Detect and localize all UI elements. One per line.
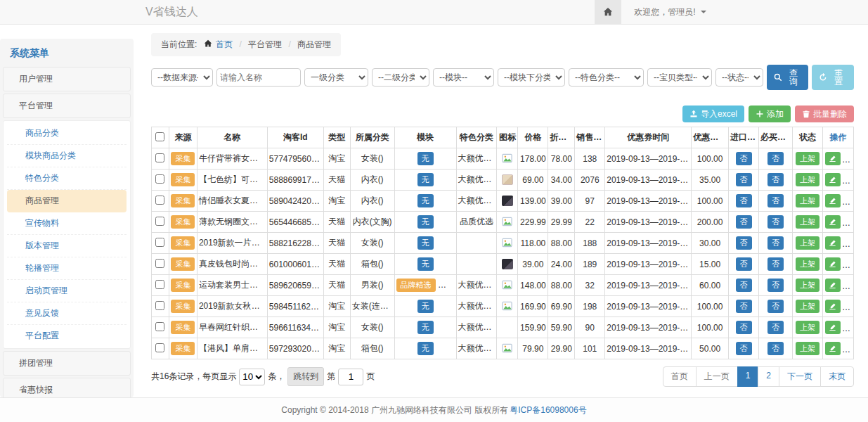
- sidebar-item-3[interactable]: 商品管理: [7, 190, 127, 212]
- row-checkbox[interactable]: [155, 174, 164, 184]
- edit-button[interactable]: [825, 236, 841, 250]
- sidebar-section-bottom-1[interactable]: 省惠快报: [3, 378, 131, 397]
- import-select-toggle[interactable]: 否: [736, 194, 752, 207]
- sidebar-item-6[interactable]: 轮播管理: [7, 257, 127, 280]
- sidebar-item-8[interactable]: 意见反馈: [7, 302, 127, 325]
- edit-button[interactable]: [825, 215, 841, 229]
- status-badge[interactable]: 上架: [796, 152, 820, 165]
- import-select-toggle[interactable]: 否: [736, 342, 752, 354]
- import-select-toggle[interactable]: 否: [736, 173, 752, 186]
- sidebar-item-1[interactable]: 模块商品分类: [7, 145, 127, 167]
- must-buy-toggle[interactable]: 否: [767, 321, 784, 333]
- status-badge[interactable]: 上架: [796, 194, 820, 207]
- column-header-7: 特色分类: [456, 127, 497, 148]
- page-button-2[interactable]: 2: [758, 366, 779, 387]
- filter-feature-category-select[interactable]: --特色分类--: [569, 68, 644, 87]
- reset-button[interactable]: 重置: [812, 65, 854, 90]
- sidebar-item-9[interactable]: 平台配置: [7, 325, 127, 347]
- filter-data-source-select[interactable]: --数据来源--: [151, 68, 213, 87]
- import-select-toggle[interactable]: 否: [736, 321, 752, 333]
- import-select-toggle[interactable]: 否: [736, 279, 752, 291]
- must-buy-toggle[interactable]: 否: [767, 215, 784, 228]
- status-badge[interactable]: 上架: [796, 215, 820, 228]
- thumbnail-dark: [502, 259, 513, 269]
- status-badge[interactable]: 上架: [796, 321, 820, 333]
- filter-status-select[interactable]: --状态--: [715, 68, 763, 87]
- user-menu[interactable]: 欢迎您，管理员!: [634, 6, 706, 18]
- must-buy-toggle[interactable]: 否: [767, 342, 784, 354]
- breadcrumb-home-link[interactable]: 首页: [216, 39, 233, 49]
- import-select-toggle[interactable]: 否: [736, 152, 752, 165]
- import-select-toggle[interactable]: 否: [736, 300, 752, 312]
- taoke-id-cell: 597293020870: [267, 338, 323, 359]
- edit-button[interactable]: [825, 321, 841, 334]
- row-checkbox[interactable]: [155, 343, 164, 352]
- home-button[interactable]: [595, 0, 621, 24]
- page-number-input[interactable]: [338, 369, 363, 385]
- sidebar-item-2[interactable]: 特色分类: [7, 167, 127, 190]
- edit-button[interactable]: [825, 342, 841, 355]
- sidebar-section-platform-mgmt[interactable]: 平台管理: [3, 94, 131, 118]
- must-buy-toggle[interactable]: 否: [767, 257, 784, 270]
- status-badge[interactable]: 上架: [796, 300, 820, 312]
- import-select-toggle[interactable]: 否: [736, 215, 752, 228]
- filter-level2-category-select[interactable]: --二级分类--: [372, 68, 429, 87]
- sidebar-item-0[interactable]: 商品分类: [7, 122, 127, 145]
- edit-button[interactable]: [825, 173, 841, 186]
- status-badge[interactable]: 上架: [796, 173, 820, 186]
- filter-level1-category-select[interactable]: 一级分类: [304, 68, 368, 87]
- edit-button[interactable]: [825, 152, 841, 165]
- row-checkbox[interactable]: [155, 322, 164, 331]
- must-buy-toggle[interactable]: 否: [767, 152, 784, 165]
- row-checkbox[interactable]: [155, 153, 164, 162]
- edit-button[interactable]: [825, 257, 841, 271]
- must-buy-toggle[interactable]: 否: [767, 236, 784, 249]
- import-select-toggle[interactable]: 否: [736, 236, 752, 249]
- must-buy-toggle[interactable]: 否: [767, 173, 784, 186]
- status-badge[interactable]: 上架: [796, 257, 820, 270]
- batch-delete-button[interactable]: 批量删除: [795, 106, 854, 122]
- import-select-toggle[interactable]: 否: [736, 257, 752, 270]
- filter-item-type-select[interactable]: --宝贝类型--: [647, 68, 712, 87]
- page-button-末页[interactable]: 末页: [820, 366, 854, 387]
- filter-module-subcategory-select[interactable]: --模块下分类--: [498, 68, 565, 87]
- module-none-badge: 无: [417, 194, 434, 207]
- add-button[interactable]: 添加: [749, 106, 791, 122]
- page-button-1[interactable]: 1: [737, 366, 759, 387]
- edit-button[interactable]: [825, 279, 841, 292]
- select-all-checkbox[interactable]: [155, 132, 164, 141]
- row-checkbox[interactable]: [155, 217, 164, 226]
- status-badge[interactable]: 上架: [796, 236, 820, 249]
- sidebar-item-5[interactable]: 版本管理: [7, 235, 127, 257]
- row-checkbox[interactable]: [155, 280, 164, 289]
- page-button-下一页[interactable]: 下一页: [779, 366, 821, 387]
- edit-button[interactable]: [825, 194, 841, 207]
- status-badge[interactable]: 上架: [796, 279, 820, 291]
- row-checkbox[interactable]: [155, 301, 164, 310]
- per-page-select[interactable]: 10: [239, 369, 265, 385]
- icp-link[interactable]: 粤ICP备16098006号: [510, 404, 586, 416]
- row-checkbox[interactable]: [155, 238, 164, 247]
- search-button[interactable]: 查询: [767, 65, 809, 90]
- filter-name-input[interactable]: [216, 68, 301, 87]
- row-checkbox[interactable]: [155, 196, 164, 205]
- name-cell: 真皮钱包时尚优雅女士...: [197, 254, 267, 275]
- must-buy-toggle[interactable]: 否: [767, 300, 784, 312]
- sidebar-section-user-mgmt[interactable]: 用户管理: [3, 67, 131, 91]
- must-buy-toggle[interactable]: 否: [767, 194, 784, 207]
- operation-cell: [822, 317, 853, 338]
- must-buy-toggle[interactable]: 否: [767, 279, 784, 291]
- coupon-amount-cell: 60.00: [692, 275, 729, 296]
- module-none-badge: 无: [417, 342, 434, 354]
- page-button-上一页[interactable]: 上一页: [696, 366, 738, 387]
- status-badge[interactable]: 上架: [796, 342, 820, 354]
- jump-button[interactable]: 跳转到: [287, 367, 324, 386]
- edit-button[interactable]: [825, 300, 841, 313]
- sidebar-item-4[interactable]: 宣传物料: [7, 212, 127, 235]
- row-checkbox[interactable]: [155, 259, 164, 268]
- page-button-首页[interactable]: 首页: [663, 366, 697, 387]
- sidebar-section-bottom-0[interactable]: 拼团管理: [3, 351, 131, 376]
- import-excel-button[interactable]: 导入excel: [682, 106, 744, 122]
- sidebar-item-7[interactable]: 启动页管理: [7, 280, 127, 302]
- filter-module-select[interactable]: --模块--: [433, 68, 494, 87]
